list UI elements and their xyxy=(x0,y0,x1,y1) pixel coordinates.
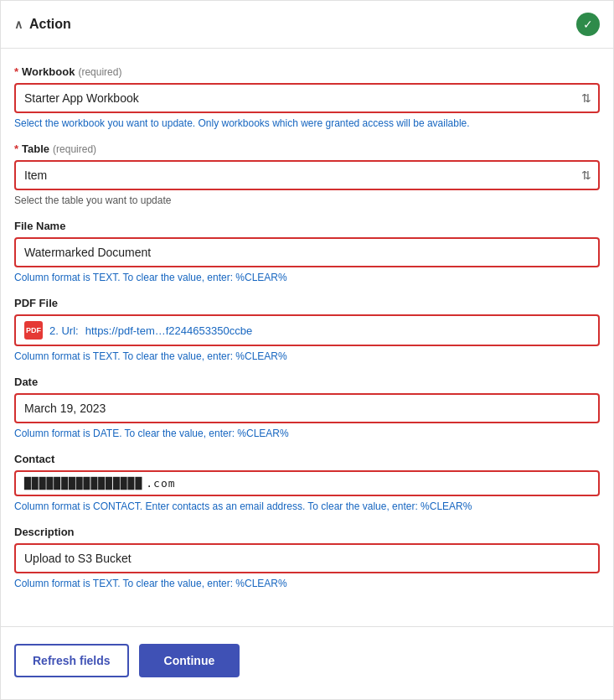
workbook-required-star: * xyxy=(14,65,18,78)
table-required-star: * xyxy=(14,143,18,155)
pdffile-hint: Column format is TEXT. To clear the valu… xyxy=(14,350,600,362)
contact-hint: Column format is CONTACT. Enter contacts… xyxy=(14,500,600,512)
filename-input[interactable] xyxy=(14,237,600,267)
panel-title: Action xyxy=(29,17,71,32)
contact-label: Contact xyxy=(14,453,600,465)
date-field-group: Date Column format is DATE. To clear the… xyxy=(14,376,600,439)
panel-header: ∧ Action ✓ xyxy=(1,1,613,49)
workbook-required-text: (required) xyxy=(78,66,121,78)
panel-title-group: ∧ Action xyxy=(14,17,71,32)
collapse-chevron-icon[interactable]: ∧ xyxy=(14,18,23,31)
table-label: * Table (required) xyxy=(14,143,600,155)
filename-label: File Name xyxy=(14,220,600,232)
continue-button[interactable]: Continue xyxy=(139,644,240,677)
workbook-label: * Workbook (required) xyxy=(14,65,600,78)
footer-buttons: Refresh fields Continue xyxy=(1,626,613,697)
table-label-text: Table xyxy=(22,143,49,155)
date-hint: Column format is DATE. To clear the valu… xyxy=(14,428,600,439)
action-panel: ∧ Action ✓ * Workbook (required) Starter… xyxy=(0,0,614,700)
contact-suffix: .com xyxy=(146,477,175,490)
pdffile-field-group: PDF File PDF 2. Url: https://pdf-tem…f22… xyxy=(14,297,600,362)
workbook-hint: Select the workbook you want to update. … xyxy=(14,117,600,129)
status-check-icon: ✓ xyxy=(576,13,600,36)
pdf-file-icon: PDF xyxy=(24,321,43,340)
table-select[interactable]: Item xyxy=(14,160,600,190)
panel-content: * Workbook (required) Starter App Workbo… xyxy=(1,49,613,620)
pdffile-input-wrapper[interactable]: PDF 2. Url: https://pdf-tem…f2244653350c… xyxy=(14,314,600,346)
contact-redacted-text: ████████████████ xyxy=(24,477,142,490)
description-input[interactable] xyxy=(14,543,600,573)
workbook-field-group: * Workbook (required) Starter App Workbo… xyxy=(14,65,600,129)
filename-hint: Column format is TEXT. To clear the valu… xyxy=(14,272,600,283)
pdffile-label-text: PDF File xyxy=(14,297,58,309)
refresh-fields-button[interactable]: Refresh fields xyxy=(14,644,129,677)
description-label-text: Description xyxy=(14,526,75,538)
contact-label-text: Contact xyxy=(14,453,54,465)
table-hint: Select the table you want to update xyxy=(14,194,600,206)
description-label: Description xyxy=(14,526,600,538)
workbook-select[interactable]: Starter App Workbook xyxy=(14,83,600,113)
filename-field-group: File Name Column format is TEXT. To clea… xyxy=(14,220,600,283)
contact-input-wrapper[interactable]: ████████████████ .com xyxy=(14,470,600,496)
pdf-pill-value: https://pdf-tem…f2244653350ccbe xyxy=(85,324,252,337)
table-field-group: * Table (required) Item ⇅ Select the tab… xyxy=(14,143,600,206)
table-select-wrapper: Item ⇅ xyxy=(14,160,600,190)
contact-field-group: Contact ████████████████ .com Column for… xyxy=(14,453,600,512)
date-label-text: Date xyxy=(14,376,38,388)
workbook-select-wrapper: Starter App Workbook ⇅ xyxy=(14,83,600,113)
description-hint: Column format is TEXT. To clear the valu… xyxy=(14,578,600,589)
date-input[interactable] xyxy=(14,393,600,423)
pdf-pill-label: 2. Url: xyxy=(49,324,79,337)
filename-label-text: File Name xyxy=(14,220,65,232)
table-required-text: (required) xyxy=(53,143,96,155)
pdffile-label: PDF File xyxy=(14,297,600,309)
date-label: Date xyxy=(14,376,600,388)
description-field-group: Description Column format is TEXT. To cl… xyxy=(14,526,600,589)
workbook-label-text: Workbook xyxy=(22,65,75,78)
